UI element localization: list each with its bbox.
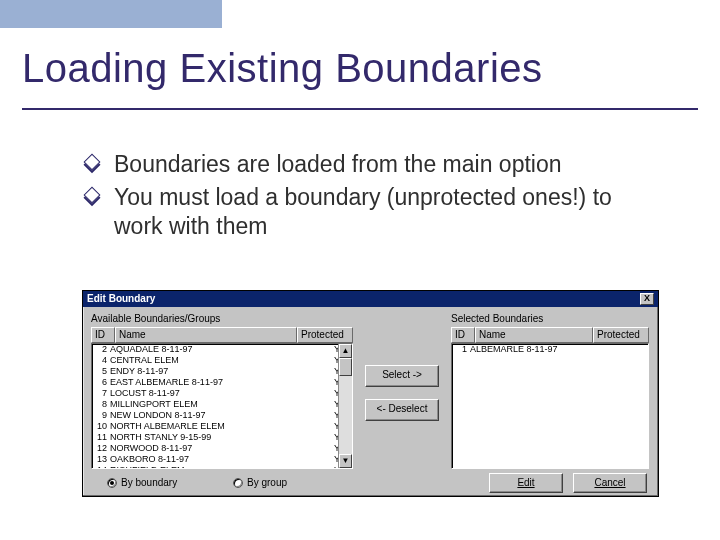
bullet-item: Boundaries are loaded from the main opti… xyxy=(86,150,666,179)
edit-boundary-dialog: Edit Boundary X Available Boundaries/Gro… xyxy=(82,290,659,497)
radio-label: By group xyxy=(247,477,287,488)
close-icon[interactable]: X xyxy=(640,293,654,305)
list-item[interactable]: 6EAST ALBEMARLE 8-11-97Y xyxy=(92,377,352,388)
scroll-down-icon[interactable]: ▼ xyxy=(339,454,352,468)
select-button[interactable]: Select -> xyxy=(365,365,439,387)
list-item[interactable]: 10NORTH ALBEMARLE ELEMY xyxy=(92,421,352,432)
slide-title: Loading Existing Boundaries xyxy=(22,46,543,91)
col-id[interactable]: ID xyxy=(91,327,115,343)
bullet-list: Boundaries are loaded from the main opti… xyxy=(86,150,666,244)
bullet-text: You must load a boundary (unprotected on… xyxy=(114,184,612,239)
col-name[interactable]: Name xyxy=(475,327,593,343)
radio-icon xyxy=(233,478,243,488)
radio-label: By boundary xyxy=(121,477,177,488)
list-item[interactable]: 1ALBEMARLE 8-11-97 xyxy=(452,344,648,355)
col-name[interactable]: Name xyxy=(115,327,297,343)
by-group-radio[interactable]: By group xyxy=(233,477,287,488)
list-item[interactable]: 2AQUADALE 8-11-97Y xyxy=(92,344,352,355)
list-item[interactable]: 5ENDY 8-11-97Y xyxy=(92,366,352,377)
diamond-icon xyxy=(84,186,101,203)
col-id[interactable]: ID xyxy=(451,327,475,343)
deselect-button[interactable]: <- Deselect xyxy=(365,399,439,421)
right-header-row: ID Name Protected xyxy=(451,327,649,343)
edit-button[interactable]: Edit xyxy=(489,473,563,493)
selected-listbox[interactable]: 1ALBEMARLE 8-11-97 xyxy=(451,343,649,469)
edit-button-label: Edit xyxy=(517,477,534,488)
dialog-titlebar[interactable]: Edit Boundary X xyxy=(83,291,658,307)
scrollbar[interactable]: ▲ ▼ xyxy=(338,344,352,468)
title-underline xyxy=(22,108,698,110)
slide: Loading Existing Boundaries Boundaries a… xyxy=(0,0,720,540)
list-item[interactable]: 13OAKBORO 8-11-97Y xyxy=(92,454,352,465)
cancel-button-label: Cancel xyxy=(594,477,625,488)
available-listbox[interactable]: 2AQUADALE 8-11-97Y4CENTRAL ELEMY5ENDY 8-… xyxy=(91,343,353,469)
list-item[interactable]: 4CENTRAL ELEMY xyxy=(92,355,352,366)
list-item[interactable]: 12NORWOOD 8-11-97Y xyxy=(92,443,352,454)
list-item[interactable]: 14RICHFIELD ELEMY xyxy=(92,465,352,469)
left-header-row: ID Name Protected xyxy=(91,327,353,343)
bullet-text: Boundaries are loaded from the main opti… xyxy=(114,151,562,177)
select-button-label: Select -> xyxy=(382,369,422,380)
col-protected[interactable]: Protected xyxy=(297,327,353,343)
selected-label: Selected Boundaries xyxy=(451,313,543,324)
bullet-item: You must load a boundary (unprotected on… xyxy=(86,183,666,241)
list-item[interactable]: 9NEW LONDON 8-11-97Y xyxy=(92,410,352,421)
available-label: Available Boundaries/Groups xyxy=(91,313,220,324)
by-boundary-radio[interactable]: By boundary xyxy=(107,477,177,488)
cancel-button[interactable]: Cancel xyxy=(573,473,647,493)
dialog-title: Edit Boundary xyxy=(87,293,155,304)
col-protected[interactable]: Protected xyxy=(593,327,649,343)
deselect-button-label: <- Deselect xyxy=(377,403,428,414)
radio-icon xyxy=(107,478,117,488)
list-item[interactable]: 8MILLINGPORT ELEMY xyxy=(92,399,352,410)
scroll-thumb[interactable] xyxy=(339,358,352,376)
diamond-icon xyxy=(84,154,101,171)
list-item[interactable]: 7LOCUST 8-11-97Y xyxy=(92,388,352,399)
list-item[interactable]: 11NORTH STANLY 9-15-99Y xyxy=(92,432,352,443)
scroll-up-icon[interactable]: ▲ xyxy=(339,344,352,358)
